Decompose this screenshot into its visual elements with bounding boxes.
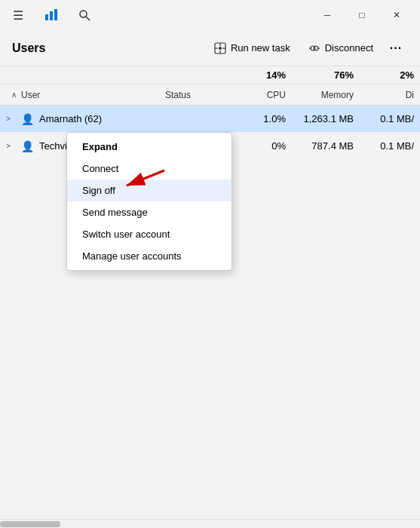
app-header: Users Run new task Disconnect ··· xyxy=(0,30,420,66)
horizontal-scrollbar[interactable] xyxy=(0,519,420,528)
column-header-row: ∧ User Status CPU Memory Di xyxy=(0,84,420,106)
col-user-header: User xyxy=(21,90,165,100)
memory-percent: 76% xyxy=(334,69,354,81)
row-disk: 0.1 MB/ xyxy=(354,113,414,124)
scrollbar-thumb[interactable] xyxy=(0,521,60,527)
metrics-values: 14% 76% 2% xyxy=(247,66,420,84)
metrics-header-row: 14% 76% 2% xyxy=(0,66,420,84)
row-memory: 787.4 MB xyxy=(286,140,354,152)
context-menu: Expand Connect Sign off Send message Swi… xyxy=(66,132,232,271)
collapse-arrow[interactable]: ∧ xyxy=(6,91,21,99)
user-icon: 👤 xyxy=(21,113,36,125)
disconnect-icon xyxy=(308,42,320,54)
minimize-button[interactable]: ─ xyxy=(310,3,345,27)
user-name: Amarnath (62) xyxy=(39,113,165,124)
svg-rect-2 xyxy=(54,9,57,20)
more-options-button[interactable]: ··· xyxy=(384,36,408,60)
menu-item-connect[interactable]: Connect xyxy=(67,158,231,180)
title-bar-left: ☰ xyxy=(6,3,97,27)
disk-metric: 2% xyxy=(360,68,420,82)
chart-icon xyxy=(44,8,58,22)
row-expand-icon[interactable]: > xyxy=(6,142,21,150)
menu-item-switch-user[interactable]: Switch user account xyxy=(67,223,231,245)
hamburger-button[interactable]: ☰ xyxy=(6,3,30,27)
run-new-task-button[interactable]: Run new task xyxy=(207,38,298,58)
close-button[interactable]: ✕ xyxy=(379,3,414,27)
search-button[interactable] xyxy=(72,3,97,27)
page-title: Users xyxy=(12,41,45,55)
cpu-metric: 14% xyxy=(247,68,292,82)
minimize-icon: ─ xyxy=(324,10,331,20)
disk-percent: 2% xyxy=(400,69,414,81)
memory-metric: 76% xyxy=(292,68,360,82)
maximize-button[interactable]: □ xyxy=(345,3,379,27)
run-task-icon xyxy=(214,42,226,54)
svg-rect-1 xyxy=(50,11,53,20)
row-cpu: 1.0% xyxy=(241,113,286,124)
user-icon: 👤 xyxy=(21,140,36,152)
disconnect-label: Disconnect xyxy=(325,42,373,54)
more-icon: ··· xyxy=(390,41,402,55)
svg-line-4 xyxy=(86,17,90,20)
search-icon xyxy=(78,9,90,21)
row-memory: 1,263.1 MB xyxy=(286,113,354,124)
svg-point-3 xyxy=(80,11,87,17)
col-cpu-header: CPU xyxy=(241,90,286,100)
menu-item-send-message[interactable]: Send message xyxy=(67,201,231,223)
metrics-spacer xyxy=(0,66,247,84)
row-cpu: 0% xyxy=(241,140,286,152)
disconnect-button[interactable]: Disconnect xyxy=(301,38,381,58)
col-disk-header: Di xyxy=(354,90,414,100)
svg-rect-0 xyxy=(45,14,48,20)
run-new-task-label: Run new task xyxy=(231,42,290,54)
title-bar-right: ─ □ ✕ xyxy=(310,3,414,27)
close-icon: ✕ xyxy=(393,10,400,20)
col-status-header: Status xyxy=(165,90,241,100)
row-expand-icon[interactable]: > xyxy=(6,115,21,123)
sort-arrow-icon: ∧ xyxy=(11,91,17,99)
menu-item-expand[interactable]: Expand xyxy=(67,136,231,158)
maximize-icon: □ xyxy=(359,10,364,20)
row-disk: 0.1 MB/ xyxy=(354,140,414,152)
svg-point-6 xyxy=(219,47,222,50)
menu-item-sign-off[interactable]: Sign off xyxy=(67,180,231,201)
chart-icon-button[interactable] xyxy=(39,3,63,27)
col-memory-header: Memory xyxy=(286,90,354,100)
cpu-percent: 14% xyxy=(266,69,286,81)
header-actions: Run new task Disconnect ··· xyxy=(207,36,408,60)
table-row[interactable]: > 👤 Amarnath (62) 1.0% 1,263.1 MB 0.1 MB… xyxy=(0,106,420,133)
menu-item-manage-accounts[interactable]: Manage user accounts xyxy=(67,245,231,267)
title-bar: ☰ ─ □ ✕ xyxy=(0,0,420,30)
